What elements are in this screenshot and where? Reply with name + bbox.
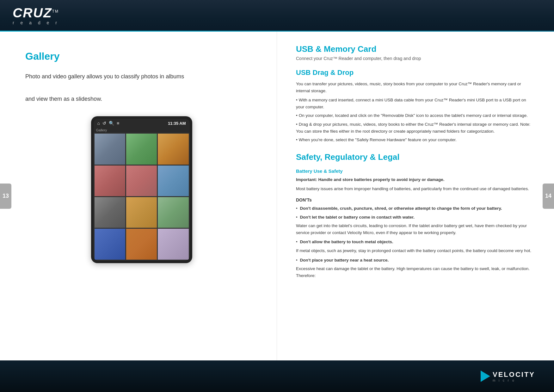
dont-4-bold: Don't place your battery near a heat sou… xyxy=(296,257,535,264)
velocity-logo: VELOCITY m i c r o xyxy=(481,371,535,382)
gallery-title: Gallery xyxy=(25,51,258,62)
battery-important: Important: Handle and store batteries pr… xyxy=(296,176,535,183)
phone-icons-left: ⌂ ↺ 🔍 ≡ xyxy=(97,121,120,126)
menu-icon: ≡ xyxy=(117,121,119,126)
battery-important-bold: Important: Handle and store batteries pr… xyxy=(296,177,445,182)
usb-drag-title: USB Drag & Drop xyxy=(296,69,535,77)
logo-tm: TM xyxy=(52,9,59,14)
page-tab-right: 14 xyxy=(543,184,554,209)
gallery-description-2: and view them as a slideshow. xyxy=(25,94,258,104)
phone-screen: ⌂ ↺ 🔍 ≡ 11:35 AM Gallery xyxy=(94,119,190,260)
gallery-description-1: Photo and video gallery allows you to cl… xyxy=(25,72,258,81)
battery-subtitle: Battery Use & Safety xyxy=(296,168,535,174)
photo-7 xyxy=(95,197,125,228)
photo-4 xyxy=(95,166,125,196)
photo-10 xyxy=(95,229,125,259)
usb-bullet-3: Drag & drop your pictures, music, videos… xyxy=(296,121,535,135)
donts-label: DON'Ts xyxy=(296,197,535,202)
phone-status-bar: ⌂ ↺ 🔍 ≡ 11:35 AM xyxy=(94,119,190,128)
photo-3 xyxy=(158,134,188,164)
left-column: Gallery Photo and video gallery allows y… xyxy=(0,32,277,360)
photo-2 xyxy=(126,134,157,164)
logo-cruz: CRUZTM xyxy=(13,6,59,20)
battery-body: Most battery issues arise from improper … xyxy=(296,185,535,192)
logo-reader: r e a d e r xyxy=(13,20,59,25)
footer: VELOCITY m i c r o xyxy=(0,360,554,392)
photo-grid xyxy=(94,133,190,260)
photo-6 xyxy=(158,166,188,196)
usb-memory-title: USB & Memory Card xyxy=(296,44,535,54)
phone-time: 11:35 AM xyxy=(168,121,186,126)
usb-bullet-1: With a memory card inserted, connect a m… xyxy=(296,97,535,110)
search-icon: 🔍 xyxy=(109,121,114,126)
dont-4-body: Excessive heat can damage the tablet or … xyxy=(296,265,535,279)
photo-1 xyxy=(95,134,125,164)
photo-11 xyxy=(126,229,157,259)
dont-3-bold: Don't allow the battery to touch metal o… xyxy=(296,238,535,245)
safety-title: Safety, Regulatory & Legal xyxy=(296,152,535,162)
phone-gallery-label: Gallery xyxy=(94,128,190,133)
dont-2-bold: Don't let the tablet or battery come in … xyxy=(296,214,535,221)
right-column: USB & Memory Card Connect your Cruz™ Rea… xyxy=(277,32,554,360)
velocity-arrow-icon xyxy=(481,371,490,382)
usb-subtitle: Connect your Cruz™ Reader and computer, … xyxy=(296,56,535,61)
dont-1: Don't disassemble, crush, puncture, shre… xyxy=(296,205,535,212)
dont-2-body: Water can get into the tablet's circuits… xyxy=(296,222,535,236)
usb-drag-body: You can transfer your pictures, videos, … xyxy=(296,81,535,94)
velocity-text: VELOCITY m i c r o xyxy=(493,371,535,382)
logo: CRUZTM r e a d e r xyxy=(13,6,59,25)
photo-9 xyxy=(158,197,188,228)
usb-bullet-2: On your computer, located and click on t… xyxy=(296,112,535,119)
dont-3-body: If metal objects, such as jewelry, stay … xyxy=(296,247,535,254)
home-icon: ⌂ xyxy=(97,121,100,126)
photo-5 xyxy=(126,166,157,196)
usb-bullet-4: When you're done, select the "Safely Rem… xyxy=(296,136,535,143)
header: CRUZTM r e a d e r xyxy=(0,0,554,32)
velocity-brand-main: VELOCITY xyxy=(493,371,535,379)
page-tab-left: 13 xyxy=(0,184,11,209)
photo-12 xyxy=(158,229,188,259)
back-icon: ↺ xyxy=(102,121,106,126)
phone-mockup: ⌂ ↺ 🔍 ≡ 11:35 AM Gallery xyxy=(91,116,192,263)
photo-8 xyxy=(126,197,157,228)
content-area: Gallery Photo and video gallery allows y… xyxy=(0,32,554,360)
velocity-brand-sub: m i c r o xyxy=(493,379,515,382)
